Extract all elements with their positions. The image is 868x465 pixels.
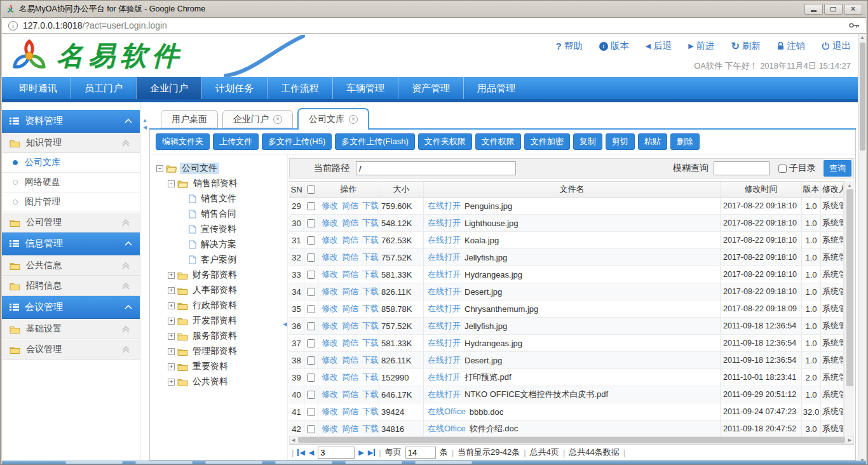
op-edit-link[interactable]: 修改 [322, 286, 338, 297]
op-message-link[interactable]: 简信 [342, 423, 358, 435]
url-text[interactable]: 127.0.0.1:8018/?act=userLogin.login [23, 20, 844, 30]
op-edit-link[interactable]: 修改 [322, 217, 338, 229]
op-download-link[interactable]: 下载 [362, 423, 379, 435]
op-message-link[interactable]: 简信 [342, 269, 358, 280]
op-download-link[interactable]: 下载 [362, 269, 379, 280]
row-checkbox[interactable] [307, 374, 315, 382]
nav-tab-3[interactable]: 计划任务 [201, 77, 267, 99]
tree-node-12[interactable]: +管理部资料 [155, 344, 287, 359]
row-checkbox[interactable] [307, 425, 315, 433]
sidebar-group-1[interactable]: 信息管理 [2, 232, 140, 255]
close-button[interactable]: × [844, 4, 862, 15]
tab-0[interactable]: 用户桌面 [161, 110, 218, 128]
nav-tab-5[interactable]: 车辆管理 [332, 77, 398, 99]
op-edit-link[interactable]: 修改 [322, 372, 338, 383]
open-online-link[interactable]: 在线打开 [428, 200, 461, 212]
tab-2[interactable]: 公司文库× [297, 108, 369, 130]
op-download-link[interactable]: 下载 [362, 200, 379, 212]
op-edit-link[interactable]: 修改 [322, 234, 338, 246]
row-checkbox[interactable] [307, 339, 315, 347]
op-message-link[interactable]: 简信 [342, 372, 358, 383]
toolbar-button-10[interactable]: 删除 [670, 133, 700, 150]
plus-box-icon[interactable]: + [168, 363, 175, 370]
toplink-lock[interactable]: 注销 [777, 40, 805, 52]
sidebar-group-2[interactable]: 会议管理 [2, 296, 140, 319]
tab-close-icon[interactable]: × [273, 115, 282, 124]
row-checkbox[interactable] [307, 271, 315, 279]
op-download-link[interactable]: 下载 [362, 234, 379, 246]
nav-tab-1[interactable]: 员工门户 [71, 77, 136, 99]
open-online-link[interactable]: 在线打开 [428, 303, 461, 314]
query-button[interactable]: 查询 [824, 160, 851, 177]
open-online-link[interactable]: 在线Office [428, 406, 466, 417]
sidebar-item-0-3[interactable]: 图片管理 [2, 192, 140, 212]
toplink-info[interactable]: i版本 [599, 40, 629, 52]
op-edit-link[interactable]: 修改 [322, 269, 338, 280]
sidebar-item-1-0[interactable]: 公共信息 [2, 255, 140, 276]
open-online-link[interactable]: 在线打开 [428, 354, 461, 366]
op-download-link[interactable]: 下载 [362, 320, 379, 332]
table-vertical-scrollbar[interactable]: ▲ [844, 181, 854, 436]
nav-tab-6[interactable]: 资产管理 [398, 77, 463, 99]
toolbar-button-6[interactable]: 文件加密 [524, 133, 570, 150]
open-online-link[interactable]: 在线打开 [428, 234, 461, 246]
op-message-link[interactable]: 简信 [342, 320, 358, 332]
op-message-link[interactable]: 简信 [342, 303, 358, 314]
tab-close-icon[interactable]: × [349, 115, 358, 124]
plus-box-icon[interactable]: + [168, 348, 175, 355]
scroll-right-icon[interactable]: ▶ [846, 438, 853, 443]
page-size-input[interactable] [405, 447, 436, 459]
open-online-link[interactable]: 在线打开 [428, 217, 461, 229]
tree-node-13[interactable]: +重要资料 [155, 359, 287, 374]
op-download-link[interactable]: 下载 [362, 406, 379, 417]
toolbar-button-9[interactable]: 粘贴 [638, 133, 667, 150]
toolbar-button-2[interactable]: 多文件上传(H5) [262, 133, 332, 150]
tree-node-1[interactable]: −销售部资料 [155, 176, 287, 191]
page-scroll-up-icon[interactable]: ▲ [858, 34, 866, 41]
op-edit-link[interactable]: 修改 [322, 389, 338, 400]
nav-tab-4[interactable]: 工作流程 [267, 77, 332, 99]
open-online-link[interactable]: 在线打开 [428, 252, 461, 263]
toolbar-button-8[interactable]: 剪切 [606, 133, 635, 150]
open-online-link[interactable]: 在线打开 [428, 372, 461, 383]
nav-tab-7[interactable]: 用品管理 [463, 77, 529, 99]
collapse-left-icon[interactable]: ◀ [143, 125, 147, 130]
op-download-link[interactable]: 下载 [362, 337, 379, 349]
toplink-question[interactable]: ?帮助 [555, 40, 582, 52]
vertical-scroll-thumb[interactable] [846, 189, 853, 386]
op-message-link[interactable]: 简信 [342, 389, 358, 400]
sidebar-item-0-0[interactable]: 知识管理 [2, 133, 140, 153]
page-scroll-thumb[interactable] [860, 43, 865, 151]
op-edit-link[interactable]: 修改 [322, 354, 338, 366]
last-page-button[interactable]: ▶ [368, 449, 375, 456]
tree-node-11[interactable]: +服务部资料 [155, 328, 287, 344]
sidebar-item-2-1[interactable]: 会议管理 [2, 339, 140, 360]
toolbar-button-0[interactable]: 编辑文件夹 [156, 133, 210, 150]
op-edit-link[interactable]: 修改 [322, 423, 338, 435]
open-online-link[interactable]: 在线打开 [428, 269, 461, 280]
scroll-up-icon[interactable]: ▲ [848, 183, 852, 187]
tree-node-14[interactable]: +公共资料 [155, 374, 287, 389]
select-all-checkbox[interactable] [307, 185, 315, 194]
page-info-icon[interactable]: i [8, 21, 18, 30]
op-edit-link[interactable]: 修改 [322, 337, 338, 349]
op-download-link[interactable]: 下载 [362, 217, 379, 229]
row-checkbox[interactable] [307, 202, 315, 210]
toplink-back[interactable]: ◀后退 [646, 40, 672, 52]
row-checkbox[interactable] [307, 288, 315, 296]
table-horizontal-scrollbar[interactable]: ◀ ▶ [289, 436, 854, 444]
toplink-forward[interactable]: ▶前进 [688, 40, 714, 52]
op-message-link[interactable]: 简信 [342, 217, 358, 229]
toplink-power[interactable]: 退出 [822, 40, 851, 52]
page-number-input[interactable] [318, 447, 355, 459]
toolbar-button-3[interactable]: 多文件上传(Flash) [335, 133, 414, 150]
minus-box-icon[interactable]: − [156, 165, 163, 172]
sidebar-item-2-0[interactable]: 基础设置 [2, 319, 140, 339]
open-online-link[interactable]: 在线打开 [428, 389, 461, 400]
toolbar-button-4[interactable]: 文件夹权限 [418, 133, 472, 150]
sidebar-item-0-2[interactable]: 网络硬盘 [2, 173, 140, 192]
tree-node-3[interactable]: 销售合同 [155, 206, 287, 222]
open-online-link[interactable]: 在线打开 [428, 286, 461, 297]
row-checkbox[interactable] [307, 408, 315, 416]
minus-box-icon[interactable]: − [168, 180, 175, 187]
